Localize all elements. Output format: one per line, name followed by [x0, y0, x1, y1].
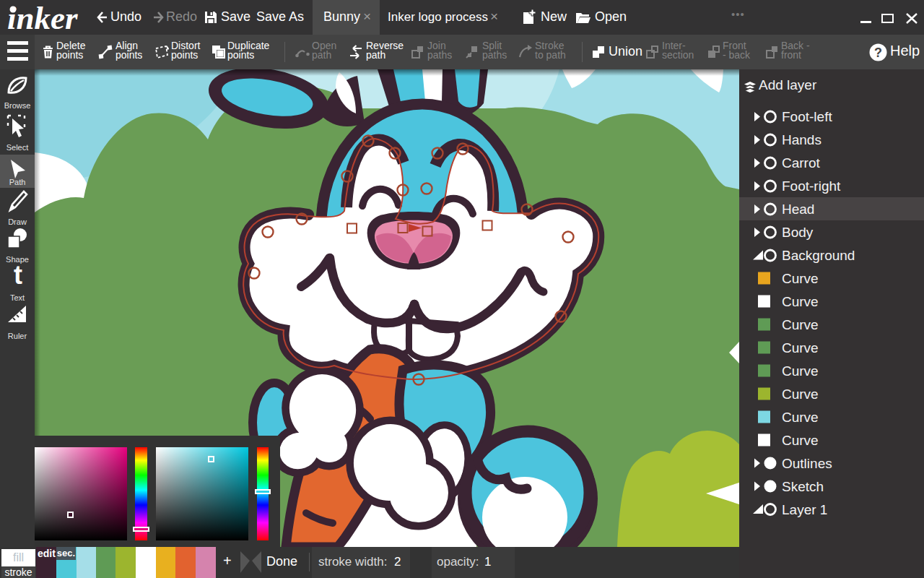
svg-text:t: t — [14, 264, 22, 286]
svg-text:Hands: Hands — [782, 132, 821, 147]
svg-text:Curve: Curve — [782, 387, 819, 402]
svg-text:Curve: Curve — [782, 271, 819, 286]
svg-text:Curve: Curve — [782, 433, 819, 448]
svg-text:Curve: Curve — [782, 294, 819, 309]
svg-text:Sketch: Sketch — [782, 479, 824, 494]
svg-text:Foot-left: Foot-left — [782, 109, 832, 124]
svg-text:Body: Body — [782, 225, 814, 240]
svg-text:?: ? — [874, 46, 882, 60]
svg-text:Head: Head — [782, 202, 814, 217]
svg-text:Outlines: Outlines — [782, 456, 832, 471]
svg-text:Background: Background — [782, 248, 855, 263]
svg-text:Curve: Curve — [782, 340, 819, 355]
svg-text:Carrot: Carrot — [782, 155, 821, 171]
svg-text:Curve: Curve — [782, 363, 819, 379]
svg-text:Layer 1: Layer 1 — [782, 502, 827, 517]
svg-text:Curve: Curve — [782, 317, 819, 332]
svg-text:Curve: Curve — [782, 410, 819, 425]
svg-text:inker: inker — [7, 1, 78, 35]
svg-text:Foot-right: Foot-right — [782, 178, 841, 194]
